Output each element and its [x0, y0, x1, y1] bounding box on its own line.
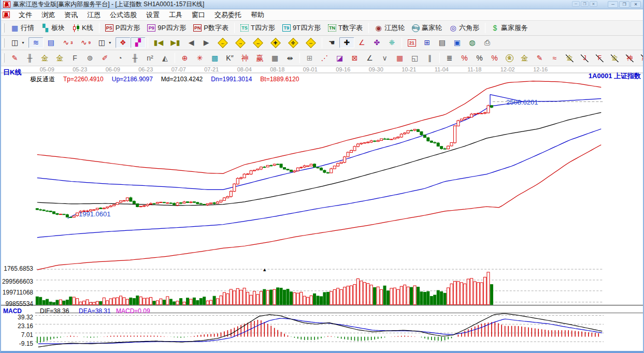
grid-123-button[interactable]: ▦ [267, 53, 282, 64]
k-count-button[interactable]: K″ [222, 53, 237, 64]
pan-hand-button[interactable]: ☚ [324, 37, 339, 48]
time-circle-button[interactable]: ◔ [112, 53, 127, 64]
menu-item[interactable]: 工具 [164, 9, 187, 21]
gann-tools-teal-button[interactable]: ❈ [384, 37, 399, 48]
close-button[interactable]: ✕ [631, 1, 641, 8]
minimize-button[interactable]: ─ [608, 1, 618, 8]
menu-item[interactable]: 交易委托 [210, 9, 246, 21]
menu-item[interactable]: 公式选股 [105, 9, 141, 21]
angle-measure-button[interactable]: ∠ [354, 37, 369, 48]
percent-button[interactable]: % [472, 53, 487, 64]
measure-pen-button[interactable]: ✐ [97, 53, 112, 64]
next-bar-button[interactable]: ▶ [199, 37, 214, 48]
bar-spacing-button[interactable]: ⇹ [282, 53, 297, 64]
gold-diagonal-button[interactable]: 金 [562, 53, 577, 64]
last-bar-button[interactable]: ▶▮ [167, 37, 183, 48]
percent-channel-button[interactable]: % [457, 53, 472, 64]
gold-lines-button[interactable]: 金 [517, 53, 532, 64]
kline-button[interactable]: K线 [68, 22, 97, 34]
save-button[interactable]: ▣ [450, 37, 465, 48]
menu-item[interactable]: 帮助 [246, 9, 269, 21]
period-kline-dropdown-button[interactable]: ◫▼ [7, 37, 28, 48]
shen-grid-button[interactable]: 神 [237, 53, 252, 64]
menu-item[interactable]: 窗口 [187, 9, 210, 21]
ying-diagonal-button[interactable]: 赢 [637, 53, 644, 64]
shen-diagonal-button[interactable]: 神 [622, 53, 637, 64]
winner-service-button[interactable]: $赢家服务 [488, 22, 532, 34]
gold-grid-b-button[interactable]: 金 [52, 53, 67, 64]
grid-red-button[interactable]: ▦ [392, 53, 407, 64]
wave-9-segments-button[interactable]: ∿9 [76, 37, 94, 48]
p-number-table-button[interactable]: PNP数字表 [190, 22, 232, 34]
main-chart-toggle-button[interactable]: ≋ [28, 37, 44, 48]
nine-t-square-button[interactable]: T99T四方形 [279, 22, 324, 34]
t-square-button[interactable]: TST四方形 [237, 22, 279, 34]
gold-diagonal-2-button[interactable]: 金 [607, 53, 622, 64]
crosshair-button[interactable]: ✚ [339, 37, 354, 48]
calculator-button[interactable]: ⊞ [420, 37, 435, 48]
prev-bar-button[interactable]: ◀ [184, 37, 199, 48]
notes-button[interactable]: ▤ [435, 37, 450, 48]
wave-gold-button[interactable]: ≈ [547, 53, 562, 64]
candle-style-dropdown-button[interactable]: ◫▼ [94, 37, 116, 48]
wave-check-button[interactable]: ∨ [377, 53, 392, 64]
angle-lines-button[interactable]: ∠ [362, 53, 377, 64]
sectors-button[interactable]: ▚板块 [38, 22, 68, 34]
percent-lines-button[interactable]: ≣ [442, 53, 457, 64]
grid-arrow-button[interactable]: ◱ [407, 53, 422, 64]
brush-button[interactable]: ✎ [7, 53, 22, 64]
circle-cross-button[interactable]: ⊕ [177, 53, 192, 64]
percent-red-button[interactable]: % [487, 53, 502, 64]
spiral-button[interactable]: ⊚ [82, 53, 97, 64]
box-select-button[interactable]: ⊞ [302, 53, 317, 64]
gold-grid-a-button[interactable]: 金 [37, 53, 52, 64]
gann-web-box-button[interactable]: ▩ [207, 53, 222, 64]
pattern-overlay-button[interactable]: ❖ [116, 37, 131, 48]
menu-item[interactable]: 江恩 [82, 9, 105, 21]
restore-button[interactable]: ❐ [619, 1, 629, 8]
calendar-21-button[interactable]: 21 [404, 38, 420, 48]
gann-fan-button[interactable]: ⋰ [317, 53, 332, 64]
close-button[interactable]: ✕ [590, 1, 597, 7]
info-panel-button[interactable]: ▤ [44, 37, 59, 48]
gold-circle-button[interactable]: 金 [502, 53, 517, 64]
menu-item[interactable]: 设置 [141, 9, 164, 21]
volume-distribution-button[interactable]: ▞ [131, 37, 146, 48]
scroll-left-button[interactable]: ← [214, 37, 232, 49]
gann-web-button[interactable]: ✳ [192, 53, 207, 64]
trend-angle-button[interactable]: ◭ [158, 53, 173, 64]
winner-wheel-button[interactable]: Big赢家轮 [408, 22, 446, 34]
restore-button[interactable]: ❐ [581, 1, 589, 7]
gann-wheel-button[interactable]: ◉江恩轮 [371, 22, 408, 34]
first-bar-button[interactable]: ▮◀ [150, 37, 167, 48]
menu-item[interactable]: 文件 [14, 9, 37, 21]
gann-ruler-button[interactable]: ╫ [22, 53, 37, 64]
brush-flag-button[interactable]: ✎ [532, 53, 547, 64]
menu-item[interactable]: 浏览 [37, 9, 60, 21]
fan-box-purple-button[interactable]: ◪ [332, 53, 347, 64]
j-diagonal-button[interactable]: J [577, 53, 592, 64]
fan-box-red-button[interactable]: ⊠ [347, 53, 362, 64]
parallel-lines-button[interactable]: ∥ [422, 53, 437, 64]
fit-screen-button[interactable]: ⇔ [302, 37, 320, 49]
line-density-button[interactable]: ╫ [127, 53, 142, 64]
ying-grid-button[interactable]: 赢 [252, 53, 267, 64]
web-export-button[interactable]: ◍ [465, 37, 480, 48]
quotes-button[interactable]: ▦行情 [7, 22, 38, 34]
zoom-in-button[interactable]: ✚ [267, 37, 284, 49]
nine-p-square-button[interactable]: P99P四方形 [144, 22, 190, 34]
zoom-out-horizontal-button[interactable]: ↔ [249, 37, 267, 49]
minimize-button[interactable]: ─ [572, 1, 580, 7]
wave-3-segments-button[interactable]: ∿3 [59, 37, 76, 48]
gann-tools-purple-button[interactable]: ✤ [369, 37, 384, 48]
menu-item[interactable]: 资讯 [60, 9, 82, 21]
zoom-all-button[interactable]: ✜ [284, 37, 302, 49]
scroll-right-button[interactable]: → [232, 37, 249, 49]
n-square-button[interactable]: n² [142, 53, 158, 64]
hexagon-button[interactable]: ◎六角形 [446, 22, 483, 34]
print-button[interactable]: ⎙ [480, 37, 495, 48]
p-square-button[interactable]: PSP四方形 [102, 22, 144, 34]
f-grid-button[interactable]: F [67, 53, 82, 64]
t-number-table-button[interactable]: TNT数字表 [324, 22, 366, 34]
f-diagonal-button[interactable]: F [592, 53, 607, 64]
